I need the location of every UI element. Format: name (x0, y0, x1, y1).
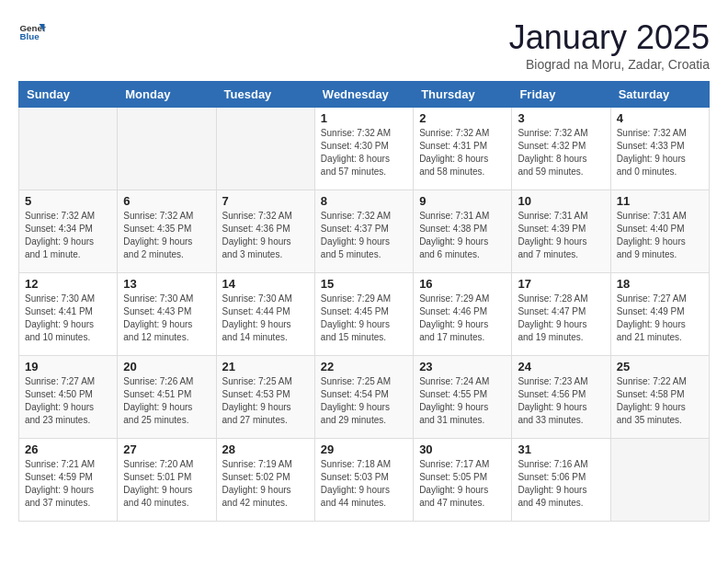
day-number: 23 (419, 360, 506, 373)
day-number: 25 (617, 360, 703, 373)
day-number: 1 (321, 111, 407, 125)
day-number: 3 (518, 111, 604, 125)
calendar-day-cell: 6Sunrise: 7:32 AM Sunset: 4:35 PM Daylig… (118, 190, 216, 273)
day-info: Sunrise: 7:21 AM Sunset: 4:59 PM Dayligh… (25, 458, 111, 510)
day-info: Sunrise: 7:32 AM Sunset: 4:35 PM Dayligh… (123, 210, 210, 261)
calendar-day-cell: 28Sunrise: 7:19 AM Sunset: 5:02 PM Dayli… (216, 439, 314, 522)
day-info: Sunrise: 7:32 AM Sunset: 4:32 PM Dayligh… (518, 127, 604, 178)
weekday-header-tuesday: Tuesday (216, 82, 314, 108)
calendar-day-cell: 23Sunrise: 7:24 AM Sunset: 4:55 PM Dayli… (414, 356, 512, 439)
day-info: Sunrise: 7:32 AM Sunset: 4:33 PM Dayligh… (617, 127, 703, 178)
day-info: Sunrise: 7:22 AM Sunset: 4:58 PM Dayligh… (617, 375, 703, 427)
calendar-week-row: 5Sunrise: 7:32 AM Sunset: 4:34 PM Daylig… (19, 190, 710, 273)
day-number: 21 (222, 360, 309, 373)
day-number: 29 (321, 442, 407, 456)
calendar-day-cell: 2Sunrise: 7:32 AM Sunset: 4:31 PM Daylig… (414, 108, 512, 190)
calendar-day-cell: 22Sunrise: 7:25 AM Sunset: 4:54 PM Dayli… (314, 356, 413, 439)
day-info: Sunrise: 7:30 AM Sunset: 4:41 PM Dayligh… (25, 293, 111, 344)
day-info: Sunrise: 7:29 AM Sunset: 4:45 PM Dayligh… (321, 293, 407, 344)
day-number: 7 (222, 194, 309, 208)
day-number: 31 (518, 442, 604, 456)
day-number: 13 (123, 277, 210, 291)
day-number: 17 (518, 277, 604, 291)
day-number: 16 (419, 277, 506, 291)
day-info: Sunrise: 7:31 AM Sunset: 4:38 PM Dayligh… (419, 210, 506, 261)
day-number: 27 (123, 442, 210, 456)
day-number: 15 (321, 277, 407, 291)
day-info: Sunrise: 7:30 AM Sunset: 4:43 PM Dayligh… (123, 293, 210, 344)
calendar-day-cell (610, 439, 709, 522)
day-info: Sunrise: 7:24 AM Sunset: 4:55 PM Dayligh… (419, 375, 506, 427)
day-info: Sunrise: 7:29 AM Sunset: 4:46 PM Dayligh… (419, 293, 506, 344)
calendar-day-cell: 26Sunrise: 7:21 AM Sunset: 4:59 PM Dayli… (19, 439, 118, 522)
calendar-day-cell: 25Sunrise: 7:22 AM Sunset: 4:58 PM Dayli… (610, 356, 709, 439)
day-info: Sunrise: 7:31 AM Sunset: 4:39 PM Dayligh… (518, 210, 604, 261)
day-info: Sunrise: 7:23 AM Sunset: 4:56 PM Dayligh… (518, 375, 604, 427)
calendar-day-cell (19, 108, 118, 190)
day-number: 11 (617, 194, 703, 208)
calendar-day-cell: 9Sunrise: 7:31 AM Sunset: 4:38 PM Daylig… (414, 190, 512, 273)
day-info: Sunrise: 7:25 AM Sunset: 4:53 PM Dayligh… (222, 375, 309, 427)
day-number: 22 (321, 360, 407, 373)
calendar-day-cell: 24Sunrise: 7:23 AM Sunset: 4:56 PM Dayli… (512, 356, 610, 439)
day-number: 10 (518, 194, 604, 208)
day-number: 20 (123, 360, 210, 373)
calendar-day-cell: 7Sunrise: 7:32 AM Sunset: 4:36 PM Daylig… (216, 190, 314, 273)
day-number: 19 (25, 360, 111, 373)
day-info: Sunrise: 7:19 AM Sunset: 5:02 PM Dayligh… (222, 458, 309, 510)
page-header: General Blue January 2025 Biograd na Mor… (18, 18, 710, 72)
day-info: Sunrise: 7:27 AM Sunset: 4:50 PM Dayligh… (25, 375, 111, 427)
weekday-header-wednesday: Wednesday (314, 82, 413, 108)
weekday-header-thursday: Thursday (414, 82, 512, 108)
month-title: January 2025 (509, 18, 710, 57)
day-info: Sunrise: 7:31 AM Sunset: 4:40 PM Dayligh… (617, 210, 703, 261)
calendar-day-cell: 20Sunrise: 7:26 AM Sunset: 4:51 PM Dayli… (118, 356, 216, 439)
day-info: Sunrise: 7:17 AM Sunset: 5:05 PM Dayligh… (419, 458, 506, 510)
day-number: 6 (123, 194, 210, 208)
calendar-day-cell (216, 108, 314, 190)
day-info: Sunrise: 7:32 AM Sunset: 4:31 PM Dayligh… (419, 127, 506, 178)
day-number: 24 (518, 360, 604, 373)
calendar-day-cell: 14Sunrise: 7:30 AM Sunset: 4:44 PM Dayli… (216, 273, 314, 356)
calendar-day-cell: 18Sunrise: 7:27 AM Sunset: 4:49 PM Dayli… (610, 273, 709, 356)
calendar-day-cell (118, 108, 216, 190)
weekday-header-row: SundayMondayTuesdayWednesdayThursdayFrid… (19, 82, 710, 108)
day-info: Sunrise: 7:27 AM Sunset: 4:49 PM Dayligh… (617, 293, 703, 344)
day-number: 28 (222, 442, 309, 456)
day-info: Sunrise: 7:25 AM Sunset: 4:54 PM Dayligh… (321, 375, 407, 427)
day-number: 2 (419, 111, 506, 125)
calendar-day-cell: 15Sunrise: 7:29 AM Sunset: 4:45 PM Dayli… (314, 273, 413, 356)
calendar-day-cell: 5Sunrise: 7:32 AM Sunset: 4:34 PM Daylig… (19, 190, 118, 273)
calendar-day-cell: 31Sunrise: 7:16 AM Sunset: 5:06 PM Dayli… (512, 439, 610, 522)
day-number: 18 (617, 277, 703, 291)
calendar-day-cell: 4Sunrise: 7:32 AM Sunset: 4:33 PM Daylig… (610, 108, 709, 190)
day-number: 30 (419, 442, 506, 456)
calendar-week-row: 26Sunrise: 7:21 AM Sunset: 4:59 PM Dayli… (19, 439, 710, 522)
calendar-day-cell: 11Sunrise: 7:31 AM Sunset: 4:40 PM Dayli… (610, 190, 709, 273)
logo-icon: General Blue (18, 18, 46, 46)
day-number: 5 (25, 194, 111, 208)
day-info: Sunrise: 7:18 AM Sunset: 5:03 PM Dayligh… (321, 458, 407, 510)
day-info: Sunrise: 7:26 AM Sunset: 4:51 PM Dayligh… (123, 375, 210, 427)
calendar-day-cell: 10Sunrise: 7:31 AM Sunset: 4:39 PM Dayli… (512, 190, 610, 273)
weekday-header-saturday: Saturday (610, 82, 709, 108)
day-info: Sunrise: 7:32 AM Sunset: 4:37 PM Dayligh… (321, 210, 407, 261)
weekday-header-monday: Monday (118, 82, 216, 108)
calendar-week-row: 12Sunrise: 7:30 AM Sunset: 4:41 PM Dayli… (19, 273, 710, 356)
day-number: 26 (25, 442, 111, 456)
calendar-day-cell: 17Sunrise: 7:28 AM Sunset: 4:47 PM Dayli… (512, 273, 610, 356)
calendar-day-cell: 30Sunrise: 7:17 AM Sunset: 5:05 PM Dayli… (414, 439, 512, 522)
title-section: January 2025 Biograd na Moru, Zadar, Cro… (509, 18, 710, 72)
calendar-day-cell: 8Sunrise: 7:32 AM Sunset: 4:37 PM Daylig… (314, 190, 413, 273)
weekday-header-friday: Friday (512, 82, 610, 108)
calendar-table: SundayMondayTuesdayWednesdayThursdayFrid… (18, 81, 710, 522)
day-info: Sunrise: 7:32 AM Sunset: 4:36 PM Dayligh… (222, 210, 309, 261)
location-subtitle: Biograd na Moru, Zadar, Croatia (509, 57, 710, 72)
day-number: 14 (222, 277, 309, 291)
calendar-day-cell: 13Sunrise: 7:30 AM Sunset: 4:43 PM Dayli… (118, 273, 216, 356)
day-info: Sunrise: 7:32 AM Sunset: 4:30 PM Dayligh… (321, 127, 407, 178)
day-number: 8 (321, 194, 407, 208)
calendar-day-cell: 3Sunrise: 7:32 AM Sunset: 4:32 PM Daylig… (512, 108, 610, 190)
calendar-day-cell: 16Sunrise: 7:29 AM Sunset: 4:46 PM Dayli… (414, 273, 512, 356)
calendar-day-cell: 29Sunrise: 7:18 AM Sunset: 5:03 PM Dayli… (314, 439, 413, 522)
